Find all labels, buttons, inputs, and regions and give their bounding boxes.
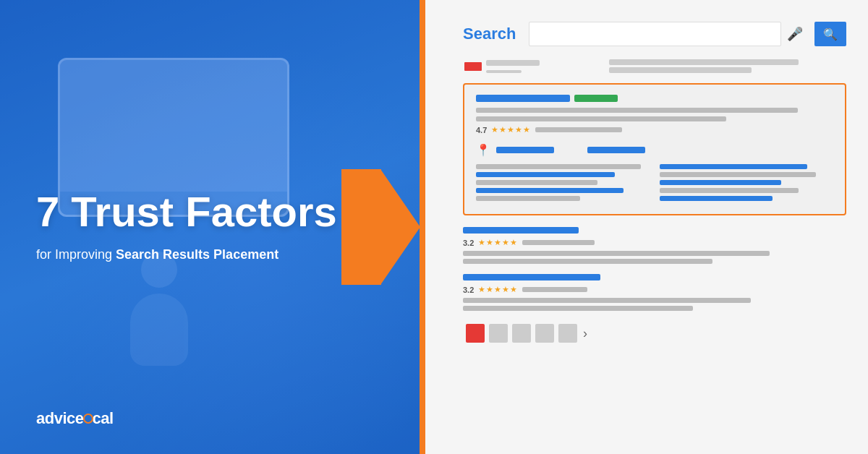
logo-o-icon xyxy=(83,414,93,424)
map-line-r1 xyxy=(660,164,807,169)
ad-line-2 xyxy=(486,70,522,73)
result2-rating-row: 3.2 ★★★★★ xyxy=(463,238,846,247)
result2-stars: ★★★★★ xyxy=(478,238,518,247)
map-line-l2 xyxy=(476,172,615,177)
map-line-r3 xyxy=(660,180,781,185)
result3-stars: ★★★★★ xyxy=(478,285,518,294)
page-3-button[interactable] xyxy=(512,324,531,343)
map-title-blue xyxy=(496,147,554,153)
rating-value-featured: 4.7 xyxy=(476,126,487,134)
result2-line-1 xyxy=(463,251,770,256)
pagination-next[interactable]: › xyxy=(583,326,587,341)
page-4-button[interactable] xyxy=(535,324,554,343)
right-panel: Search 🎤 🔍 4.7 ★★★★★ xyxy=(420,0,868,454)
map-listings: 📍 xyxy=(476,143,833,204)
map-col-left xyxy=(476,164,650,204)
logo-text-advice: advice xyxy=(36,409,84,427)
result2-title xyxy=(463,227,579,234)
map-pin-icon: 📍 xyxy=(476,143,490,157)
left-panel: 7 Trust Factors for Improving Search Res… xyxy=(0,0,420,454)
logo-text: advicecal xyxy=(36,409,114,428)
stars-featured: ★★★★★ xyxy=(491,125,531,134)
search-button[interactable]: 🔍 xyxy=(814,22,846,46)
map-line-l1 xyxy=(476,164,641,169)
search-bar-area: Search 🎤 🔍 xyxy=(463,22,846,46)
logo-text-cal: cal xyxy=(93,409,114,427)
map-line-l3 xyxy=(476,180,597,185)
rating-bar-featured xyxy=(535,127,622,132)
result3-line-2 xyxy=(463,306,693,311)
arrow-chevron xyxy=(380,169,420,285)
result-title-bar xyxy=(476,95,833,102)
result2-rating-bar xyxy=(522,240,595,245)
result-desc-line-1 xyxy=(476,108,798,113)
result-title-blue xyxy=(476,95,570,102)
map-line-r5 xyxy=(660,196,773,201)
result3-rating-bar xyxy=(522,287,587,292)
result2-rating-value: 3.2 xyxy=(463,239,474,247)
regular-result-3: 3.2 ★★★★★ xyxy=(463,274,846,311)
ad-line-3 xyxy=(609,59,799,65)
map-col-right xyxy=(660,164,833,204)
map-header: 📍 xyxy=(476,143,833,157)
sub-heading-prefix: for Improving xyxy=(36,247,116,262)
map-line-r4 xyxy=(660,188,799,193)
page-1-button[interactable] xyxy=(466,324,485,343)
result3-rating-value: 3.2 xyxy=(463,286,474,294)
ads-strip xyxy=(463,59,846,73)
result-desc-line-2 xyxy=(476,116,726,121)
logo-area: advicecal xyxy=(36,409,114,428)
regular-result-2: 3.2 ★★★★★ xyxy=(463,227,846,264)
map-line-l5 xyxy=(476,196,580,201)
orange-accent-bar xyxy=(420,0,425,454)
search-input-box[interactable] xyxy=(529,22,781,46)
sub-heading-bold: Search Results Placement xyxy=(116,247,278,262)
featured-result: 4.7 ★★★★★ 📍 xyxy=(463,83,846,215)
ad-line-1 xyxy=(486,60,540,66)
page-5-button[interactable] xyxy=(558,324,577,343)
result3-rating-row: 3.2 ★★★★★ xyxy=(463,285,846,294)
search-label: Search xyxy=(463,25,516,43)
main-heading: 7 Trust Factors xyxy=(36,190,376,234)
page-2-button[interactable] xyxy=(489,324,508,343)
result-title-green xyxy=(574,95,618,102)
ad-badge xyxy=(464,62,482,71)
ad-line-4 xyxy=(609,67,752,73)
mic-icon: 🎤 xyxy=(787,26,803,42)
map-subtitle-blue xyxy=(587,147,645,153)
arrow-background xyxy=(341,169,381,285)
sub-heading: for Improving Search Results Placement xyxy=(36,246,376,264)
result2-line-2 xyxy=(463,259,712,264)
map-line-r2 xyxy=(660,172,816,177)
map-line-l4 xyxy=(476,188,624,193)
result3-line-1 xyxy=(463,298,751,303)
pagination: › xyxy=(463,324,846,343)
rating-row-featured: 4.7 ★★★★★ xyxy=(476,125,833,134)
result3-title xyxy=(463,274,600,280)
